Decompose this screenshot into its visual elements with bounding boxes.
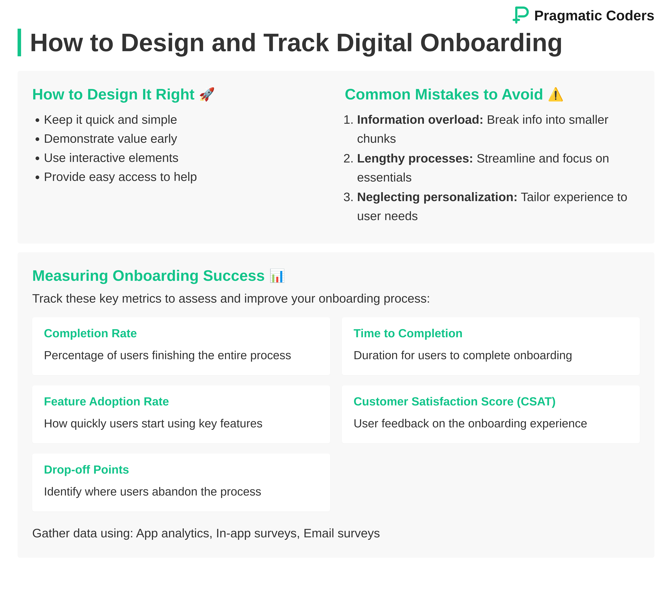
page-title: How to Design and Track Digital Onboardi…: [30, 29, 654, 56]
metric-card: Time to Completion Duration for users to…: [342, 317, 640, 375]
mistakes-heading: Common Mistakes to Avoid ⚠️: [345, 86, 640, 103]
design-column: How to Design It Right 🚀 Keep it quick a…: [32, 86, 327, 226]
mistakes-heading-text: Common Mistakes to Avoid: [345, 86, 543, 103]
measuring-footer: Gather data using: App analytics, In-app…: [32, 526, 640, 540]
top-panel: How to Design It Right 🚀 Keep it quick a…: [18, 71, 654, 244]
measuring-intro: Track these key metrics to assess and im…: [32, 291, 640, 306]
page-title-wrap: How to Design and Track Digital Onboardi…: [18, 29, 654, 56]
mistakes-list: Information overload: Break info into sm…: [345, 110, 640, 225]
brand-logo: Pragmatic Coders: [512, 6, 654, 25]
metric-title: Completion Rate: [44, 327, 318, 340]
mistake-lead: Lengthy processes:: [357, 151, 473, 165]
list-item: Keep it quick and simple: [44, 110, 327, 129]
list-item: Information overload: Break info into sm…: [357, 110, 640, 148]
metric-title: Time to Completion: [354, 327, 628, 340]
metric-desc: Duration for users to complete onboardin…: [354, 347, 628, 363]
list-item: Neglecting personalization: Tailor exper…: [357, 187, 640, 225]
list-item: Use interactive elements: [44, 148, 327, 167]
design-heading: How to Design It Right 🚀: [32, 86, 327, 103]
measuring-heading: Measuring Onboarding Success 📊: [32, 267, 640, 284]
metrics-grid: Completion Rate Percentage of users fini…: [32, 317, 640, 511]
mistake-lead: Information overload:: [357, 113, 483, 126]
measuring-heading-text: Measuring Onboarding Success: [32, 267, 265, 284]
metric-title: Drop-off Points: [44, 463, 318, 476]
metric-desc: Percentage of users finishing the entire…: [44, 347, 318, 363]
list-item: Demonstrate value early: [44, 129, 327, 148]
brand-name: Pragmatic Coders: [534, 7, 654, 24]
metric-card: Customer Satisfaction Score (CSAT) User …: [342, 385, 640, 443]
metric-card: Feature Adoption Rate How quickly users …: [32, 385, 330, 443]
metric-card: Drop-off Points Identify where users aba…: [32, 454, 330, 511]
rocket-icon: 🚀: [199, 87, 215, 102]
brand-logo-icon: [512, 6, 530, 25]
design-heading-text: How to Design It Right: [32, 86, 194, 103]
list-item: Lengthy processes: Streamline and focus …: [357, 149, 640, 187]
bar-chart-icon: 📊: [269, 268, 285, 283]
list-item: Provide easy access to help: [44, 167, 327, 186]
metric-desc: Identify where users abandon the process: [44, 483, 318, 500]
brand-logo-area: Pragmatic Coders: [18, 6, 654, 26]
warning-icon: ⚠️: [548, 87, 564, 102]
measuring-panel: Measuring Onboarding Success 📊 Track the…: [18, 252, 654, 558]
metric-desc: How quickly users start using key featur…: [44, 415, 318, 432]
metric-title: Feature Adoption Rate: [44, 395, 318, 408]
mistake-lead: Neglecting personalization:: [357, 190, 518, 204]
metric-desc: User feedback on the onboarding experien…: [354, 415, 628, 432]
metric-card: Completion Rate Percentage of users fini…: [32, 317, 330, 375]
metric-title: Customer Satisfaction Score (CSAT): [354, 395, 628, 408]
mistakes-column: Common Mistakes to Avoid ⚠️ Information …: [345, 86, 640, 226]
design-list: Keep it quick and simple Demonstrate val…: [32, 110, 327, 186]
